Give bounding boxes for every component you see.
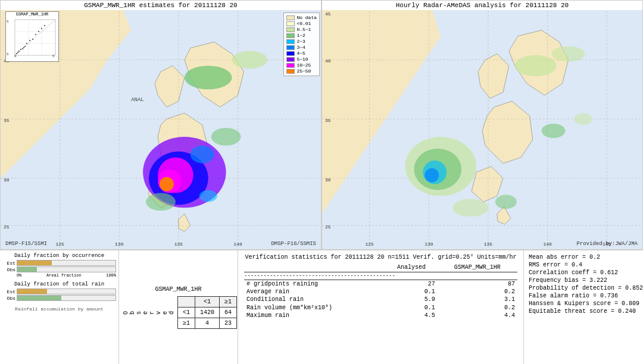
left-map-panel: GSMAP_MWR_1HR estimates for 20111128 20 bbox=[0, 0, 322, 250]
inset-svg: 0 5 5 5 bbox=[6, 17, 58, 61]
bar-est2-fill bbox=[17, 289, 47, 294]
svg-text:5: 5 bbox=[52, 54, 55, 58]
svg-point-49 bbox=[35, 34, 36, 35]
stats-header-row: Analysed GSMAP_MWR_1HR bbox=[244, 263, 517, 272]
inset-scatter-chart: GSMAP_MWR_1HR bbox=[5, 11, 59, 62]
stats-val-condrain-gsmap: 3.1 bbox=[438, 296, 517, 303]
left-map-title: GSMAP_MWR_1HR estimates for 20111128 20 bbox=[1, 1, 321, 10]
right-map-bottom-label: Provided by:JWA/JMA bbox=[576, 241, 638, 247]
legend-label-2-3: 2~3 bbox=[296, 39, 305, 44]
bar-est1-track bbox=[17, 260, 116, 266]
svg-text:130: 130 bbox=[424, 241, 433, 247]
stats-val-maxrain-analysed: 4.5 bbox=[385, 312, 437, 319]
legend-label-1-2: 1~2 bbox=[296, 33, 305, 38]
svg-text:125: 125 bbox=[366, 241, 374, 247]
legend-color-1-2 bbox=[286, 33, 295, 38]
inset-chart-title: GSMAP_MWR_1HR bbox=[6, 12, 58, 17]
contingency-row-ge1: ≥1 4 23 bbox=[178, 318, 237, 328]
svg-text:135: 135 bbox=[484, 241, 493, 247]
obs-vertical-label: O b s e r v e d bbox=[123, 310, 175, 315]
bar-chart-rain-title: Daily fraction of total rain bbox=[2, 281, 116, 287]
stats-val-rainvol-analysed: 0.1 bbox=[385, 303, 437, 312]
legend: No data <0.01 0.5~1 1~2 2~3 bbox=[283, 12, 320, 76]
svg-point-42 bbox=[18, 51, 20, 52]
stat-correlation: Correlation coeff = 0.612 bbox=[529, 269, 638, 276]
legend-item-2-3: 2~3 bbox=[286, 39, 317, 44]
bar-obs1-fill bbox=[17, 267, 37, 272]
bar-charts-panel: Daily fraction by occurrence Est Obs 0% … bbox=[0, 250, 119, 364]
contingency-val-ge1-ge1: 23 bbox=[220, 318, 237, 328]
bar-row-est2: Est bbox=[2, 288, 116, 294]
bar-axis-right: 100% bbox=[106, 273, 116, 278]
svg-point-76 bbox=[552, 46, 585, 62]
stats-val-condrain-analysed: 5.9 bbox=[385, 296, 437, 303]
legend-label-nodata: No data bbox=[296, 15, 317, 20]
bar-obs2-fill bbox=[17, 296, 61, 300]
svg-point-48 bbox=[32, 39, 33, 40]
svg-point-22 bbox=[160, 177, 174, 192]
legend-color-4-5 bbox=[286, 51, 295, 56]
stats-divider-row: ----------------------------------------… bbox=[244, 272, 517, 280]
bar-axis-1: 0% Areal fraction 100% bbox=[2, 273, 116, 278]
svg-point-75 bbox=[515, 55, 557, 77]
svg-point-82 bbox=[424, 168, 439, 183]
legend-item-25-50: 25~50 bbox=[286, 68, 317, 74]
left-map-bottom-left-label: DMSP-F15/SSMI bbox=[5, 241, 47, 247]
svg-text:45: 45 bbox=[325, 11, 331, 17]
legend-label-5-10: 5~10 bbox=[296, 57, 308, 62]
legend-item-4-5: 4~5 bbox=[286, 51, 317, 56]
stats-title: Verification statistics for 20111128 20 … bbox=[244, 254, 517, 261]
stats-header-gsmap: GSMAP_MWR_1HR bbox=[438, 263, 517, 272]
stats-panel: Verification statistics for 20111128 20 … bbox=[238, 250, 524, 364]
svg-text:30: 30 bbox=[4, 177, 10, 183]
stats-row-gridpoints: # gridpoints raining 27 87 bbox=[244, 280, 517, 288]
contingency-header-empty bbox=[178, 296, 195, 307]
stats-row-avgrain: Average rain 0.1 0.2 bbox=[244, 288, 517, 296]
legend-color-10-25 bbox=[286, 63, 295, 68]
contingency-row-header-ge1: ≥1 bbox=[178, 318, 195, 328]
legend-color-2-3 bbox=[286, 39, 295, 44]
stat-freq-bias: Frequency bias = 3.222 bbox=[529, 277, 638, 284]
svg-text:ANAL: ANAL bbox=[131, 97, 144, 103]
legend-label-05-1: 0.5~1 bbox=[296, 27, 311, 32]
legend-label-lt001: <0.01 bbox=[296, 21, 311, 26]
bar-obs2-label: Obs bbox=[2, 296, 15, 301]
bar-obs1-track bbox=[17, 266, 116, 272]
legend-color-5-10 bbox=[286, 57, 295, 62]
svg-text:5: 5 bbox=[7, 52, 9, 57]
right-map-panel: Hourly Radar-AMeDAS analysis for 2011112… bbox=[322, 0, 643, 250]
legend-label-10-25: 10~25 bbox=[296, 62, 311, 68]
svg-text:125: 125 bbox=[55, 241, 64, 247]
contingency-row-lt1: <1 1420 64 bbox=[178, 307, 237, 318]
bar-chart-occurrence: Daily fraction by occurrence Est Obs 0% … bbox=[2, 253, 116, 278]
stat-equitable: Equitable threat score = 0.240 bbox=[529, 308, 638, 315]
stats-row-maxrain: Maximum rain 4.5 4.4 bbox=[244, 312, 517, 319]
bar-axis-left: 0% bbox=[17, 273, 21, 278]
stats-val-gridpoints-analysed: 27 bbox=[385, 280, 437, 288]
svg-point-17 bbox=[211, 128, 241, 146]
bar-est1-label: Est bbox=[2, 261, 15, 266]
stats-val-avgrain-gsmap: 0.2 bbox=[438, 288, 517, 296]
stats-label-gridpoints: # gridpoints raining bbox=[244, 280, 385, 288]
svg-point-41 bbox=[17, 52, 18, 53]
legend-item-lt001: <0.01 bbox=[286, 21, 317, 26]
legend-color-lt001 bbox=[286, 21, 295, 26]
contingency-row-header-lt1: <1 bbox=[178, 307, 195, 318]
svg-point-16 bbox=[232, 51, 268, 69]
stats-row-condrain: Conditional rain 5.9 3.1 bbox=[244, 296, 517, 303]
left-map-bottom-label: DMSP-F16/SSMIS bbox=[271, 241, 316, 247]
svg-point-46 bbox=[26, 43, 27, 44]
svg-point-45 bbox=[23, 47, 24, 48]
bar-est2-track bbox=[17, 288, 116, 294]
right-map-title: Hourly Radar-AMeDAS analysis for 2011112… bbox=[322, 1, 642, 10]
svg-text:5: 5 bbox=[7, 20, 9, 24]
svg-point-23 bbox=[191, 146, 214, 164]
legend-color-25-50 bbox=[286, 69, 295, 74]
stat-false-alarm: False alarm ratio = 0.736 bbox=[529, 293, 638, 299]
legend-label-25-50: 25~50 bbox=[296, 68, 311, 74]
bar-row-obs1: Obs bbox=[2, 266, 116, 272]
contingency-table: <1 ≥1 <1 1420 64 ≥1 4 23 bbox=[177, 296, 237, 329]
bar-row-est1: Est bbox=[2, 260, 116, 266]
stats-label-maxrain: Maximum rain bbox=[244, 312, 385, 319]
bar-obs2-track bbox=[17, 295, 116, 301]
